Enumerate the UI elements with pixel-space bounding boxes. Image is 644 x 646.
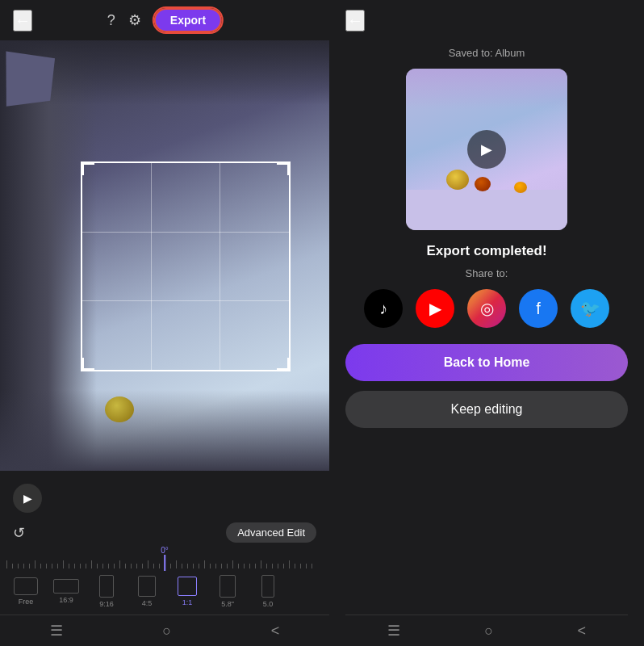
timeline-marker-label: 0° [161,546,169,555]
nav-back-icon[interactable]: < [271,623,280,640]
aspect-5-16-label: 5.0 [263,600,274,608]
share-label: Share to: [466,267,508,279]
advanced-edit-button[interactable]: Advanced Edit [226,522,316,543]
right-nav-home-icon[interactable]: ○ [484,623,493,640]
aspect-free-box [14,577,38,595]
timeline-marker: 0° [161,546,169,571]
aspect-9-16[interactable]: 9:16 [89,575,124,608]
play-button[interactable]: ▶ [13,484,42,513]
back-to-home-button[interactable]: Back to Home [345,344,628,381]
3d-box [8,57,73,121]
aspect-16-9[interactable]: 16:9 [48,579,84,604]
nav-menu-icon[interactable]: ☰ [50,622,63,640]
right-panel: ← Saved to: Album ▶ Export completed! Sh… [329,0,644,646]
left-nav-bar: ☰ ○ < [0,615,329,646]
nav-home-icon[interactable]: ○ [162,623,171,640]
play-icon: ▶ [23,492,32,505]
youtube-icon: ▶ [429,299,441,318]
ball-object [105,396,134,422]
facebook-share-button[interactable]: f [519,289,558,328]
crop-overlay[interactable] [81,162,291,371]
right-nav-bar: ☰ ○ < [345,615,628,646]
aspect-ratio-row: Free 16:9 9:16 4:5 1:1 5.8" [0,572,329,615]
youtube-share-button[interactable]: ▶ [416,289,454,328]
thumbnail-gradient [406,69,567,109]
aspect-4-5-box [138,576,156,597]
aspect-16-9-label: 16:9 [59,596,73,604]
thumbnail-ball-1 [446,170,469,190]
instagram-share-button[interactable]: ◎ [467,289,506,328]
grid-line-v2 [220,163,220,370]
left-panel: ← ? ⚙ Export [0,0,329,646]
thumbnail-ball-3 [514,182,527,193]
right-back-button[interactable]: ← [345,10,365,31]
advanced-edit-row: ↺ Advanced Edit [0,519,329,546]
grid-line-v1 [151,163,152,370]
back-button[interactable]: ← [13,10,32,31]
undo-button[interactable]: ↺ [13,524,25,542]
timeline-marker-line [164,555,165,571]
twitter-share-button[interactable]: 🐦 [571,289,609,328]
thumbnail-background: ▶ [406,69,567,230]
aspect-5-16[interactable]: 5.0 [250,575,286,608]
aspect-5-8-box [220,575,236,598]
crop-handle-topleft[interactable] [82,162,94,175]
aspect-1-1-label: 1:1 [182,598,193,606]
tiktok-share-button[interactable]: ♪ [364,289,403,328]
grid-line-h1 [82,232,289,233]
facebook-icon: f [536,300,541,318]
undo-icon: ↺ [13,525,25,541]
saved-label: Saved to: Album [345,47,628,59]
right-nav-back-icon[interactable]: < [577,623,586,640]
right-header: ← [345,0,628,40]
aspect-1-1[interactable]: 1:1 [169,577,205,606]
export-thumbnail[interactable]: ▶ [406,69,567,230]
aspect-free[interactable]: Free [8,577,44,606]
share-icons-row: ♪ ▶ ◎ f 🐦 [364,289,609,328]
aspect-4-5-label: 4:5 [142,599,153,607]
aspect-9-16-box [99,575,114,598]
timeline-row[interactable]: 0° [0,546,329,572]
header-center: ? ⚙ Export [107,8,222,32]
crop-handle-bottomleft[interactable] [82,358,94,371]
aspect-5-8[interactable]: 5.8" [210,575,245,608]
export-completed-label: Export completed! [426,243,546,259]
crop-handle-topright[interactable] [277,162,290,175]
tiktok-icon: ♪ [379,300,387,318]
thumbnail-play-overlay[interactable]: ▶ [467,130,506,169]
thumbnail-ball-2 [475,177,491,191]
thumbnail-bottom-strip [406,190,567,230]
instagram-icon: ◎ [480,299,494,318]
aspect-1-1-box [178,577,197,596]
aspect-9-16-label: 9:16 [99,600,114,608]
aspect-free-label: Free [19,598,34,606]
video-area [0,40,329,471]
aspect-16-9-box [53,579,79,594]
left-header: ← ? ⚙ Export [0,0,329,40]
crop-handle-bottomright[interactable] [277,358,290,371]
right-nav-menu-icon[interactable]: ☰ [387,622,400,640]
grid-line-h2 [82,300,289,301]
help-button[interactable]: ? [107,12,115,29]
aspect-5-8-label: 5.8" [221,600,234,608]
playback-row: ▶ [0,477,329,519]
bottom-controls: ▶ ↺ Advanced Edit 0° Free [0,471,329,615]
twitter-icon: 🐦 [580,299,600,318]
settings-button[interactable]: ⚙ [128,11,141,29]
video-background [0,40,329,471]
export-button[interactable]: Export [154,8,222,32]
room-floor [0,390,329,471]
keep-editing-button[interactable]: Keep editing [345,391,628,428]
aspect-4-5[interactable]: 4:5 [129,576,165,607]
aspect-5-16-box [261,575,274,598]
